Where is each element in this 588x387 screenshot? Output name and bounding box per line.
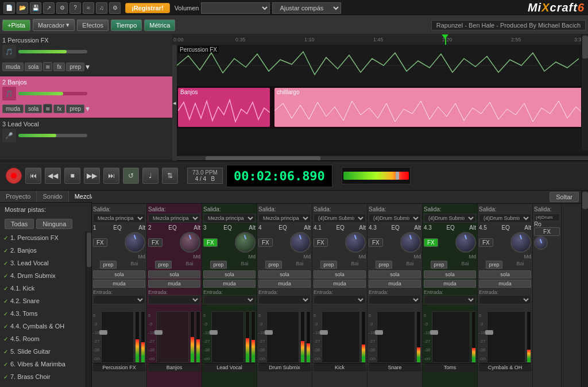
fader-track-43[interactable] xyxy=(432,311,470,363)
channel-solo-btn-43[interactable]: sola xyxy=(424,270,476,278)
right-scroll-thumb[interactable] xyxy=(582,192,588,209)
soltar-button[interactable]: Soltar xyxy=(550,192,579,202)
fader-track-4[interactable] xyxy=(266,311,299,363)
fx-btn-1[interactable]: fx xyxy=(53,63,65,71)
loop-button[interactable]: ↺ xyxy=(123,168,139,184)
channel-prep-btn-3[interactable]: prep xyxy=(210,261,226,269)
channel-fx-btn-3[interactable]: FX xyxy=(203,238,218,247)
track-volume-1[interactable] xyxy=(18,50,87,53)
track-list-item-8[interactable]: ✓4.4. Cymbals & OH xyxy=(0,320,86,332)
channel-mute-btn-42[interactable]: muda xyxy=(369,280,421,288)
waveform-icon[interactable]: ≈ xyxy=(83,2,94,14)
settings-icon[interactable]: ⚙ xyxy=(56,2,68,14)
fader-handle-1[interactable] xyxy=(99,330,107,335)
open-icon[interactable]: 📂 xyxy=(17,2,28,14)
channel-fx-btn-43[interactable]: FX xyxy=(424,238,438,247)
track-volume-2[interactable] xyxy=(18,92,87,95)
channel-knob-42[interactable] xyxy=(400,232,421,253)
channel-output-select-1[interactable]: Mezcla principal xyxy=(93,214,145,223)
fader-handle-41[interactable] xyxy=(320,330,328,335)
channel-mute-btn-2[interactable]: muda xyxy=(148,280,200,288)
channel-prep-btn-4[interactable]: prep xyxy=(265,261,281,269)
fader-track-41[interactable] xyxy=(322,311,360,363)
channel-prep-btn-43[interactable]: prep xyxy=(431,261,447,269)
input-dropdown-41[interactable] xyxy=(314,295,366,304)
track-list-item-12[interactable]: ✓7. Brass Choir xyxy=(0,370,86,383)
channel-knob-41[interactable] xyxy=(345,232,366,253)
show-all-button[interactable]: Todas xyxy=(5,219,34,229)
right-scrollbar[interactable] xyxy=(581,191,588,387)
export-icon[interactable]: ↗ xyxy=(43,2,55,14)
meter-handle[interactable] xyxy=(396,172,399,180)
time-button[interactable]: Tiempo xyxy=(111,20,142,31)
timeline-scrollbar[interactable] xyxy=(177,156,588,160)
eq-icon-1[interactable]: ≋ xyxy=(43,62,52,71)
help-icon[interactable]: ? xyxy=(69,2,81,14)
channel-knob-ro[interactable] xyxy=(534,236,548,250)
prep-btn-2[interactable]: prep xyxy=(66,105,84,113)
channel-output-select-45[interactable]: (4)Drum Submix xyxy=(479,214,531,223)
track-list-item-11[interactable]: ✓6. Vibes & Marimba xyxy=(0,358,86,370)
fader-handle-3[interactable] xyxy=(210,330,218,335)
channel-prep-btn-2[interactable]: prep xyxy=(155,261,171,269)
input-dropdown-42[interactable] xyxy=(369,295,421,304)
channel-fx-btn-42[interactable]: FX xyxy=(369,238,383,247)
channel-solo-btn-42[interactable]: sola xyxy=(369,270,421,278)
channel-prep-btn-1[interactable]: prep xyxy=(100,261,116,269)
vscroll-thumb[interactable] xyxy=(582,36,588,59)
midi-icon[interactable]: ♫ xyxy=(96,2,107,14)
mute-btn-1[interactable]: muda xyxy=(2,63,24,71)
input-dropdown-3[interactable] xyxy=(203,295,256,304)
register-button[interactable]: ¡Registrar! xyxy=(125,3,170,13)
fader-handle-43[interactable] xyxy=(430,330,438,335)
track-list-item-5[interactable]: ✓4.1. Kick xyxy=(0,282,86,295)
channel-prep-btn-45[interactable]: prep xyxy=(486,261,502,269)
channel-prep-btn-41[interactable]: prep xyxy=(320,261,336,269)
channel-fx-btn-45[interactable]: FX xyxy=(479,238,493,247)
channel-fx-btn-1[interactable]: FX xyxy=(93,238,107,247)
volume-dropdown[interactable] xyxy=(201,2,270,14)
fader-track-3[interactable] xyxy=(211,311,244,363)
track-list-scrollbar[interactable] xyxy=(86,231,91,387)
save-icon[interactable]: 💾 xyxy=(30,2,41,14)
input-dropdown-4[interactable] xyxy=(258,295,311,304)
fader-track-42[interactable] xyxy=(377,311,415,363)
track-list-item-3[interactable]: ✓3. Lead Vocal xyxy=(0,257,86,269)
channel-knob-1[interactable] xyxy=(125,232,145,253)
channel-knob-45[interactable] xyxy=(510,232,531,253)
track-list-item-1[interactable]: ✓1. Percussion FX xyxy=(0,231,86,244)
channel-output-select-42[interactable]: (4)Drum Submix xyxy=(369,214,421,223)
fx-btn-2[interactable]: fx xyxy=(53,105,65,113)
channel-knob-3[interactable] xyxy=(235,232,256,253)
fader-track-2[interactable] xyxy=(156,311,189,363)
track-list-item-9[interactable]: ✓4.5. Room xyxy=(0,332,86,345)
channel-solo-btn-3[interactable]: sola xyxy=(203,270,256,278)
track-list-item-4[interactable]: ✓4. Drum Submix xyxy=(0,269,86,282)
channel-output-select-41[interactable]: (4)Drum Submix xyxy=(314,214,366,223)
channel-prep-btn-42[interactable]: prep xyxy=(376,261,392,269)
show-none-button[interactable]: Ninguna xyxy=(36,219,72,229)
solo-btn-2[interactable]: sola xyxy=(25,105,42,113)
channel-mute-btn-43[interactable]: muda xyxy=(424,280,476,288)
record-button[interactable] xyxy=(6,168,22,184)
adjust-dropdown[interactable]: Ajustar compás xyxy=(272,2,341,14)
track-list-scroll-thumb[interactable] xyxy=(87,233,91,267)
track-list-item-2[interactable]: ✓2. Banjos xyxy=(0,244,86,257)
channel-mute-btn-3[interactable]: muda xyxy=(203,280,256,288)
channel-solo-btn-45[interactable]: sola xyxy=(479,270,531,278)
prep-btn-1[interactable]: prep xyxy=(66,63,84,71)
mute-btn-2[interactable]: muda xyxy=(2,105,24,113)
expand-btn-2[interactable]: ▾ xyxy=(86,104,90,113)
play-button[interactable]: ▶▶ xyxy=(84,168,100,184)
fader-track-1[interactable] xyxy=(101,311,134,363)
vertical-scrollbar[interactable] xyxy=(581,34,588,150)
new-icon[interactable]: 📄 xyxy=(3,2,15,14)
channel-mute-btn-41[interactable]: muda xyxy=(314,280,366,288)
metronome-button[interactable]: ♩ xyxy=(142,168,158,184)
track-list-item-13[interactable]: ✓8. Tuba xyxy=(0,383,86,387)
input-dropdown-1[interactable] xyxy=(93,295,145,304)
solo-btn-1[interactable]: sola xyxy=(25,63,42,71)
channel-output-select-3[interactable]: Mezcla principal xyxy=(203,214,256,223)
channel-mute-btn-1[interactable]: muda xyxy=(93,280,145,288)
effects-button[interactable]: Efectos xyxy=(77,20,109,31)
